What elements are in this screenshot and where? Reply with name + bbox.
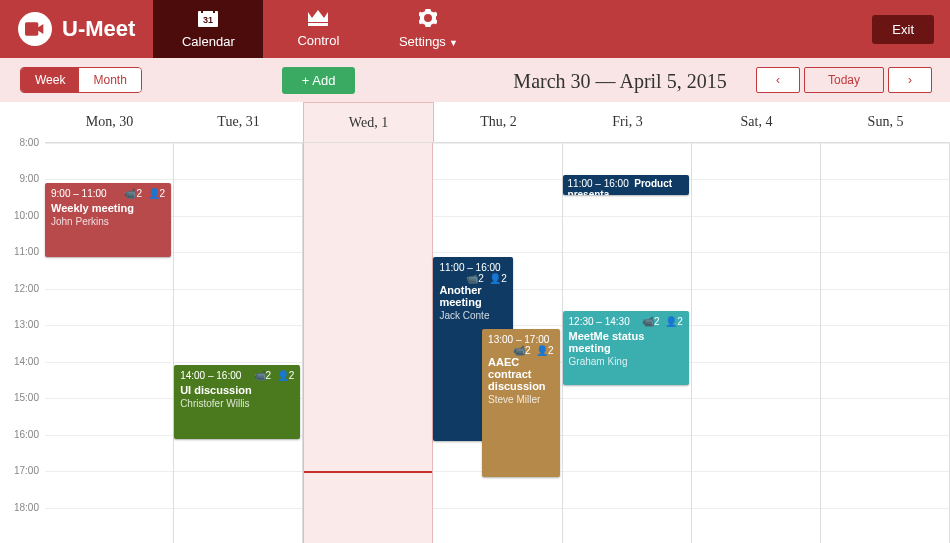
day-column[interactable] <box>303 143 433 543</box>
calendar-event[interactable]: 12:30 – 14:30📹2 👤2MeetMe status meetingG… <box>563 311 689 385</box>
chevron-down-icon: ▼ <box>449 38 458 48</box>
event-organizer: John Perkins <box>51 216 165 227</box>
event-organizer: Steve Miller <box>488 394 553 405</box>
event-badges: 📹2 👤2 <box>513 345 554 356</box>
time-label: 17:00 <box>14 465 39 476</box>
event-organizer: Christofer Willis <box>180 398 294 409</box>
nav-control-label: Control <box>297 33 339 48</box>
day-header: Tue, 31 <box>174 102 303 142</box>
app-name: U-Meet <box>62 16 135 42</box>
event-title: Weekly meeting <box>51 202 165 214</box>
event-title: UI discussion <box>180 384 294 396</box>
calendar-event[interactable]: 9:00 – 11:00📹2 👤2Weekly meetingJohn Perk… <box>45 183 171 257</box>
day-header: Fri, 3 <box>563 102 692 142</box>
calendar-grid: Mon, 30Tue, 31Wed, 1Thu, 2Fri, 3Sat, 4Su… <box>0 102 950 543</box>
gear-icon <box>419 9 437 30</box>
day-column[interactable]: 14:00 – 16:00📹2 👤2UI discussionChristofe… <box>174 143 303 543</box>
time-label: 11:00 <box>14 246 39 257</box>
day-header: Thu, 2 <box>434 102 563 142</box>
time-column: 8:009:0010:0011:0012:0013:0014:0015:0016… <box>0 142 45 543</box>
event-organizer: Graham King <box>569 356 683 367</box>
app-logo: U-Meet <box>0 0 153 58</box>
people-icon: 👤 <box>536 345 548 356</box>
day-column[interactable] <box>692 143 821 543</box>
event-badges: 📹2 👤2 <box>642 316 683 327</box>
exit-button[interactable]: Exit <box>872 15 934 44</box>
view-week-button[interactable]: Week <box>21 68 79 92</box>
view-toggle: Week Month <box>20 67 142 93</box>
calendar-icon: 31 <box>198 9 218 30</box>
event-badges: 📹2 👤2 <box>124 188 165 199</box>
day-header: Sat, 4 <box>692 102 821 142</box>
time-label: 13:00 <box>14 319 39 330</box>
prev-week-button[interactable]: ‹ <box>756 67 800 93</box>
day-headers-row: Mon, 30Tue, 31Wed, 1Thu, 2Fri, 3Sat, 4Su… <box>0 102 950 142</box>
nav-calendar-label: Calendar <box>182 34 235 49</box>
grid-body: 8:009:0010:0011:0012:0013:0014:0015:0016… <box>0 142 950 543</box>
day-column[interactable]: 9:00 – 11:00📹2 👤2Weekly meetingJohn Perk… <box>45 143 174 543</box>
people-icon: 👤 <box>148 188 160 199</box>
header-spacer <box>483 0 872 58</box>
camera-icon: 📹 <box>466 273 478 284</box>
nav-control[interactable]: Control <box>263 0 373 58</box>
event-time: 12:30 – 14:30 <box>569 316 630 327</box>
time-label: 10:00 <box>14 209 39 220</box>
calendar-event[interactable]: 13:00 – 17:00📹2 👤2AAEC contract discussi… <box>482 329 559 477</box>
camera-icon: 📹 <box>642 316 654 327</box>
nav-settings-label: Settings▼ <box>399 34 458 49</box>
camera-icon: 📹 <box>513 345 525 356</box>
now-indicator <box>304 471 432 473</box>
day-column[interactable]: 11:00 – 16:00 Product presenta12:30 – 14… <box>563 143 692 543</box>
event-time: 13:00 – 17:00 <box>488 334 549 345</box>
event-title: MeetMe status meeting <box>569 330 683 354</box>
event-badges: 📹2 👤2 <box>466 273 507 284</box>
camera-icon: 📹 <box>254 370 266 381</box>
calendar-event[interactable]: 11:00 – 16:00 Product presenta <box>563 175 689 195</box>
next-week-button[interactable]: › <box>888 67 932 93</box>
svg-text:31: 31 <box>203 15 213 25</box>
add-event-button[interactable]: + Add <box>282 67 356 94</box>
time-label: 12:00 <box>14 282 39 293</box>
svg-rect-2 <box>213 9 215 13</box>
event-time: 11:00 – 16:00 <box>439 262 500 273</box>
people-icon: 👤 <box>277 370 289 381</box>
nav-calendar[interactable]: 31 Calendar <box>153 0 263 58</box>
days-container: 9:00 – 11:00📹2 👤2Weekly meetingJohn Perk… <box>45 142 950 543</box>
time-label: 15:00 <box>14 392 39 403</box>
camera-icon: 📹 <box>124 188 136 199</box>
svg-rect-1 <box>201 9 203 13</box>
day-header: Wed, 1 <box>303 102 434 142</box>
people-icon: 👤 <box>665 316 677 327</box>
svg-rect-4 <box>308 23 328 26</box>
today-button[interactable]: Today <box>804 67 884 93</box>
time-label: 14:00 <box>14 355 39 366</box>
calendar-toolbar: Week Month + Add March 30 — April 5, 201… <box>0 58 950 102</box>
event-time: 11:00 – 16:00 <box>568 178 629 189</box>
nav-settings[interactable]: Settings▼ <box>373 0 483 58</box>
event-organizer: Jack Conte <box>439 310 506 321</box>
app-header: U-Meet 31 Calendar Control Settings▼ Exi… <box>0 0 950 58</box>
event-time: 14:00 – 16:00 <box>180 370 241 381</box>
calendar-event[interactable]: 14:00 – 16:00📹2 👤2UI discussionChristofe… <box>174 365 300 439</box>
main-nav: 31 Calendar Control Settings▼ <box>153 0 483 58</box>
day-column[interactable]: 11:00 – 16:00📹2 👤2Another meetingJack Co… <box>433 143 562 543</box>
time-label: 16:00 <box>14 428 39 439</box>
time-label: 8:00 <box>20 137 39 148</box>
view-month-button[interactable]: Month <box>79 68 140 92</box>
crown-icon <box>308 10 328 29</box>
date-nav: ‹ Today › <box>756 67 932 93</box>
event-time: 9:00 – 11:00 <box>51 188 107 199</box>
time-label: 9:00 <box>20 173 39 184</box>
day-header: Sun, 5 <box>821 102 950 142</box>
event-badges: 📹2 👤2 <box>254 370 295 381</box>
day-header: Mon, 30 <box>45 102 174 142</box>
date-range-title: March 30 — April 5, 2015 <box>513 70 726 93</box>
day-column[interactable] <box>821 143 950 543</box>
logo-camera-icon <box>18 12 52 46</box>
time-label: 18:00 <box>14 501 39 512</box>
people-icon: 👤 <box>489 273 501 284</box>
